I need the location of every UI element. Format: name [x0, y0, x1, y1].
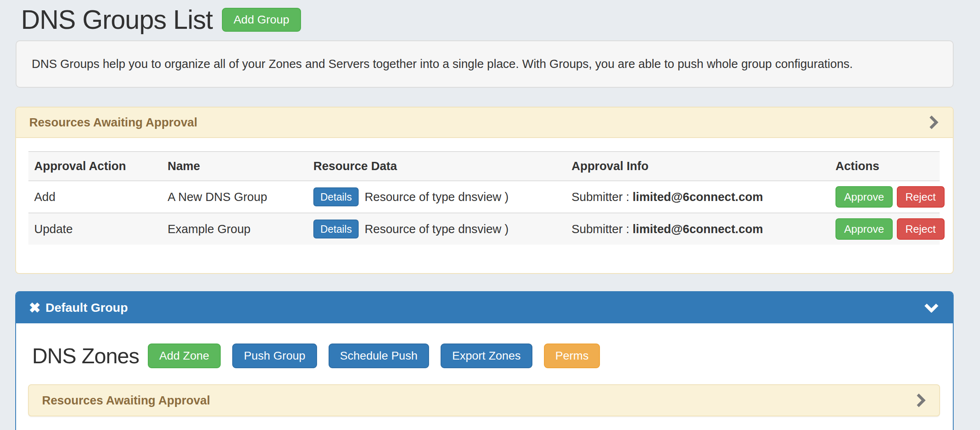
- dns-zones-heading: DNS Zones: [32, 344, 139, 368]
- cell-actions: Approve Reject: [830, 181, 940, 213]
- submitter-label: Submitter :: [572, 222, 629, 236]
- reject-button[interactable]: Reject: [897, 186, 945, 208]
- description-text: DNS Groups help you to organize all of y…: [16, 57, 853, 71]
- push-group-button[interactable]: Push Group: [232, 344, 317, 368]
- page-title: DNS Groups List: [21, 4, 212, 35]
- zones-approval-panel-title: Resources Awaiting Approval: [29, 394, 210, 407]
- cell-approval-action: Update: [28, 213, 162, 245]
- cell-approval-action: Add: [28, 181, 162, 213]
- table-header-row: Approval Action Name Resource Data Appro…: [28, 152, 940, 181]
- default-group-title: Default Group: [41, 301, 128, 315]
- default-group-body: DNS Zones Add Zone Push Group Schedule P…: [16, 344, 953, 416]
- cell-name: A New DNS Group: [162, 181, 308, 213]
- resource-text: Resource of type dnsview ): [364, 222, 509, 236]
- col-header-approval-action: Approval Action: [28, 152, 162, 181]
- description-box: DNS Groups help you to organize all of y…: [16, 40, 954, 88]
- cell-name: Example Group: [162, 213, 308, 245]
- table-row: Update Example Group Details Resource of…: [28, 213, 940, 245]
- default-group-panel: ✖ Default Group DNS Zones Add Zone Push …: [15, 291, 954, 430]
- col-header-actions: Actions: [830, 152, 940, 181]
- col-header-resource-data: Resource Data: [308, 152, 566, 181]
- cell-approval-info: Submitter : limited@6connect.com: [566, 181, 830, 213]
- chevron-down-icon[interactable]: [924, 303, 939, 313]
- dns-zones-toolbar: DNS Zones Add Zone Push Group Schedule P…: [28, 344, 940, 368]
- approval-panel-header[interactable]: Resources Awaiting Approval: [16, 108, 953, 138]
- col-header-approval-info: Approval Info: [566, 152, 830, 181]
- zones-approval-panel-header[interactable]: Resources Awaiting Approval: [28, 384, 940, 416]
- default-group-header[interactable]: ✖ Default Group: [16, 292, 953, 323]
- approval-panel-body: Approval Action Name Resource Data Appro…: [16, 138, 953, 245]
- resource-text: Resource of type dnsview ): [364, 190, 509, 204]
- reject-button[interactable]: Reject: [897, 218, 945, 240]
- approval-panel: Resources Awaiting Approval Approval Act…: [15, 107, 954, 274]
- close-icon[interactable]: ✖: [16, 301, 41, 315]
- chevron-right-icon[interactable]: [929, 115, 938, 130]
- cell-actions: Approve Reject: [830, 213, 940, 245]
- details-button[interactable]: Details: [313, 220, 359, 238]
- chevron-right-icon[interactable]: [916, 393, 926, 408]
- approve-button[interactable]: Approve: [835, 186, 893, 208]
- add-zone-button[interactable]: Add Zone: [148, 344, 221, 368]
- approval-panel-title: Resources Awaiting Approval: [16, 116, 197, 129]
- page-header: DNS Groups List Add Group: [21, 4, 301, 35]
- cell-resource-data: Details Resource of type dnsview ): [308, 181, 566, 213]
- export-zones-button[interactable]: Export Zones: [441, 344, 532, 368]
- schedule-push-button[interactable]: Schedule Push: [329, 344, 429, 368]
- submitter-email: limited@6connect.com: [632, 190, 763, 203]
- cell-resource-data: Details Resource of type dnsview ): [308, 213, 566, 245]
- table-row: Add A New DNS Group Details Resource of …: [28, 181, 940, 213]
- col-header-name: Name: [162, 152, 308, 181]
- perms-button[interactable]: Perms: [544, 344, 600, 368]
- details-button[interactable]: Details: [313, 187, 359, 206]
- approvals-table: Approval Action Name Resource Data Appro…: [28, 151, 940, 245]
- submitter-email: limited@6connect.com: [632, 222, 763, 236]
- cell-approval-info: Submitter : limited@6connect.com: [566, 213, 830, 245]
- add-group-button[interactable]: Add Group: [222, 8, 301, 32]
- submitter-label: Submitter :: [572, 190, 629, 203]
- approve-button[interactable]: Approve: [835, 218, 893, 240]
